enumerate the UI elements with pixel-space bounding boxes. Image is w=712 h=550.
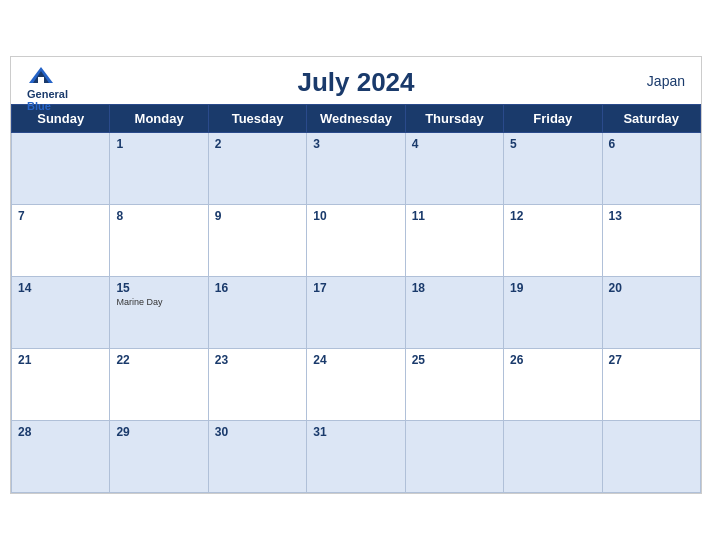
day-number: 1 bbox=[116, 137, 123, 151]
calendar-cell bbox=[504, 421, 602, 493]
logo: General Blue bbox=[27, 65, 68, 112]
calendar-cell bbox=[12, 133, 110, 205]
calendar-cell: 9 bbox=[208, 205, 306, 277]
day-number: 13 bbox=[609, 209, 622, 223]
calendar-tbody: 123456789101112131415Marine Day161718192… bbox=[12, 133, 701, 493]
calendar-cell: 16 bbox=[208, 277, 306, 349]
calendar-cell: 11 bbox=[405, 205, 503, 277]
calendar-cell: 10 bbox=[307, 205, 405, 277]
calendar-cell: 13 bbox=[602, 205, 700, 277]
day-number: 26 bbox=[510, 353, 523, 367]
weekday-saturday: Saturday bbox=[602, 105, 700, 133]
country-label: Japan bbox=[647, 73, 685, 89]
calendar-table: SundayMondayTuesdayWednesdayThursdayFrid… bbox=[11, 104, 701, 493]
day-number: 28 bbox=[18, 425, 31, 439]
holiday-label: Marine Day bbox=[116, 297, 201, 307]
calendar-cell: 20 bbox=[602, 277, 700, 349]
week-row-0: 123456 bbox=[12, 133, 701, 205]
calendar-cell: 28 bbox=[12, 421, 110, 493]
day-number: 31 bbox=[313, 425, 326, 439]
day-number: 16 bbox=[215, 281, 228, 295]
day-number: 25 bbox=[412, 353, 425, 367]
day-number: 21 bbox=[18, 353, 31, 367]
day-number: 23 bbox=[215, 353, 228, 367]
calendar-cell: 27 bbox=[602, 349, 700, 421]
week-row-4: 28293031 bbox=[12, 421, 701, 493]
calendar-cell: 8 bbox=[110, 205, 208, 277]
day-number: 15 bbox=[116, 281, 129, 295]
day-number: 9 bbox=[215, 209, 222, 223]
day-number: 22 bbox=[116, 353, 129, 367]
day-number: 27 bbox=[609, 353, 622, 367]
svg-rect-2 bbox=[38, 77, 44, 83]
week-row-3: 21222324252627 bbox=[12, 349, 701, 421]
calendar-cell: 23 bbox=[208, 349, 306, 421]
logo-general: General bbox=[27, 88, 68, 100]
weekday-header-row: SundayMondayTuesdayWednesdayThursdayFrid… bbox=[12, 105, 701, 133]
logo-blue: Blue bbox=[27, 100, 51, 112]
day-number: 7 bbox=[18, 209, 25, 223]
calendar-cell: 22 bbox=[110, 349, 208, 421]
day-number: 5 bbox=[510, 137, 517, 151]
calendar-cell: 14 bbox=[12, 277, 110, 349]
calendar-title: July 2024 bbox=[27, 67, 685, 98]
day-number: 29 bbox=[116, 425, 129, 439]
day-number: 14 bbox=[18, 281, 31, 295]
day-number: 11 bbox=[412, 209, 425, 223]
calendar-cell: 4 bbox=[405, 133, 503, 205]
weekday-thursday: Thursday bbox=[405, 105, 503, 133]
calendar: General Blue July 2024 Japan SundayMonda… bbox=[10, 56, 702, 494]
day-number: 24 bbox=[313, 353, 326, 367]
calendar-cell: 7 bbox=[12, 205, 110, 277]
weekday-wednesday: Wednesday bbox=[307, 105, 405, 133]
day-number: 10 bbox=[313, 209, 326, 223]
weekday-monday: Monday bbox=[110, 105, 208, 133]
calendar-cell: 1 bbox=[110, 133, 208, 205]
day-number: 20 bbox=[609, 281, 622, 295]
calendar-cell: 17 bbox=[307, 277, 405, 349]
day-number: 8 bbox=[116, 209, 123, 223]
day-number: 12 bbox=[510, 209, 523, 223]
calendar-cell: 24 bbox=[307, 349, 405, 421]
calendar-cell: 29 bbox=[110, 421, 208, 493]
day-number: 3 bbox=[313, 137, 320, 151]
calendar-cell: 31 bbox=[307, 421, 405, 493]
calendar-cell bbox=[602, 421, 700, 493]
calendar-cell: 30 bbox=[208, 421, 306, 493]
day-number: 19 bbox=[510, 281, 523, 295]
logo-icon bbox=[27, 65, 55, 87]
calendar-cell: 12 bbox=[504, 205, 602, 277]
calendar-cell bbox=[405, 421, 503, 493]
day-number: 2 bbox=[215, 137, 222, 151]
calendar-cell: 15Marine Day bbox=[110, 277, 208, 349]
calendar-cell: 26 bbox=[504, 349, 602, 421]
day-number: 18 bbox=[412, 281, 425, 295]
calendar-header: General Blue July 2024 Japan bbox=[11, 57, 701, 104]
calendar-cell: 19 bbox=[504, 277, 602, 349]
calendar-cell: 21 bbox=[12, 349, 110, 421]
day-number: 6 bbox=[609, 137, 616, 151]
week-row-2: 1415Marine Day1617181920 bbox=[12, 277, 701, 349]
day-number: 30 bbox=[215, 425, 228, 439]
day-number: 4 bbox=[412, 137, 419, 151]
calendar-thead: SundayMondayTuesdayWednesdayThursdayFrid… bbox=[12, 105, 701, 133]
calendar-cell: 25 bbox=[405, 349, 503, 421]
weekday-friday: Friday bbox=[504, 105, 602, 133]
calendar-cell: 2 bbox=[208, 133, 306, 205]
calendar-cell: 6 bbox=[602, 133, 700, 205]
day-number: 17 bbox=[313, 281, 326, 295]
calendar-cell: 3 bbox=[307, 133, 405, 205]
week-row-1: 78910111213 bbox=[12, 205, 701, 277]
weekday-tuesday: Tuesday bbox=[208, 105, 306, 133]
calendar-cell: 18 bbox=[405, 277, 503, 349]
calendar-cell: 5 bbox=[504, 133, 602, 205]
